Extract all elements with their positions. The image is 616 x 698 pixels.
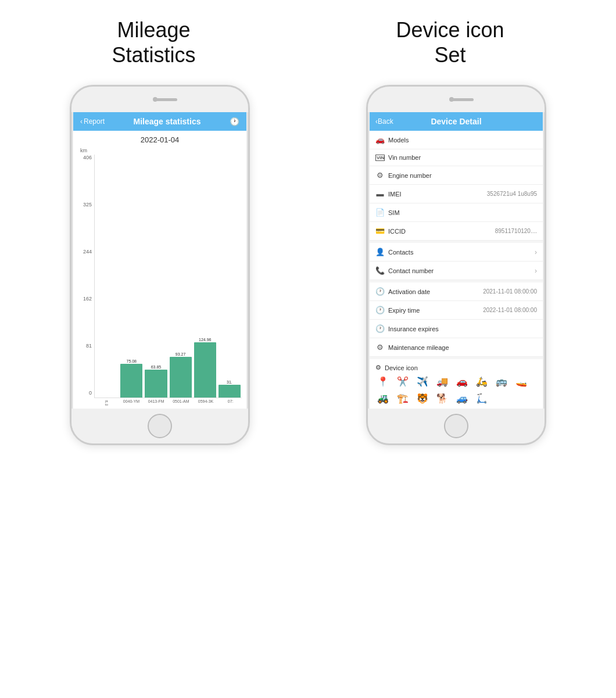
phone-device-detail: ‹ Back Device Detail 🚗 Models VIN Vin nu… <box>366 85 546 445</box>
phone-bottom-bar-right <box>368 409 545 443</box>
device-icons-section: ⚙ Device icon 📍 ✂️ ✈️ 🚚 🚗 🛵 🚌 🚤 🚜 🏗️ <box>370 359 543 409</box>
speaker-right <box>450 98 474 101</box>
device-icon-title-line2: Set <box>434 43 465 67</box>
chart-container: 406 325 244 162 81 0 <box>78 155 242 406</box>
home-button-left[interactable] <box>148 414 172 438</box>
clock-icon-activation: 🕐 <box>375 287 385 296</box>
icon-plane[interactable]: ✈️ <box>415 376 430 387</box>
bar-group-1: 75.08 <box>120 359 142 398</box>
detail-row-vin: VIN Vin number <box>370 149 543 166</box>
chart-y-axis: 406 325 244 162 81 0 <box>78 155 94 406</box>
icon-bus[interactable]: 🚌 <box>494 376 509 387</box>
maintenance-icon: ⚙ <box>375 343 385 352</box>
bar-group-5: 31. <box>219 380 241 398</box>
screen-device-detail: ‹ Back Device Detail 🚗 Models VIN Vin nu… <box>370 112 543 409</box>
detail-row-contact-number[interactable]: 📞 Contact number › <box>370 262 543 280</box>
bar-5 <box>219 385 241 398</box>
nav-bar-mileage: ‹ Report Mileage statistics 🕐 <box>73 112 246 131</box>
icon-scooter[interactable]: 🛵 <box>474 376 489 387</box>
phone-mileage: ‹ Report Mileage statistics 🕐 2022-01-04… <box>70 85 250 445</box>
detail-row-activation: 🕐 Activation date 2021-11-01 08:00:00 <box>370 282 543 301</box>
device-icon-title-line1: Device icon <box>396 18 504 42</box>
nav-back-mileage[interactable]: ‹ Report <box>80 117 105 126</box>
nav-title-device-detail: Device Detail <box>431 117 481 126</box>
nav-back-label-mileage: Report <box>84 117 105 126</box>
chart-x-labels: játo 0040-YM 0413-FM 0501-AM 0594-3K 07: <box>94 398 242 406</box>
bar-2 <box>145 370 167 398</box>
bar-group-0 <box>96 397 118 398</box>
detail-row-insurance: 🕐 Insurance expires <box>370 320 543 338</box>
bar-3 <box>170 357 192 398</box>
nav-title-mileage: Mileage statistics <box>134 117 201 126</box>
device-icons-grid: 📍 ✂️ ✈️ 🚚 🚗 🛵 🚌 🚤 🚜 🏗️ 🐯 🐕 🚙 🛴 <box>375 376 537 404</box>
icon-dog[interactable]: 🐕 <box>435 393 450 404</box>
icon-boat[interactable]: 🚤 <box>514 376 529 387</box>
icon-location[interactable]: 📍 <box>375 376 391 387</box>
detail-row-sim: 📄 SIM <box>370 203 543 222</box>
nav-back-device-detail[interactable]: ‹ Back <box>375 117 393 126</box>
left-section-title: Mileage Statistics <box>112 17 195 67</box>
y-axis-label: km <box>78 148 242 153</box>
iccid-icon: 💳 <box>375 227 385 235</box>
clock-icon-nav[interactable]: 🕐 <box>230 117 239 126</box>
phone-bottom-bar-left <box>71 409 248 443</box>
clock-icon-insurance: 🕐 <box>375 324 385 333</box>
phone-icon: 📞 <box>375 266 385 275</box>
device-detail-list: 🚗 Models VIN Vin number ⚙ Engine number … <box>370 131 543 409</box>
chevron-contacts: › <box>535 248 537 256</box>
icon-tiger[interactable]: 🐯 <box>415 393 430 404</box>
detail-row-engine: ⚙ Engine number <box>370 166 543 185</box>
clock-icon-expiry: 🕐 <box>375 306 385 314</box>
detail-row-expiry: 🕐 Expiry time 2022-11-01 08:00:00 <box>370 301 543 320</box>
home-button-right[interactable] <box>444 414 468 438</box>
chart-inner: 75.08 63.85 93.27 <box>94 155 242 406</box>
phone-top-bar-left <box>71 87 248 112</box>
speaker-left <box>154 98 177 101</box>
icon-truck[interactable]: 🚚 <box>435 376 450 387</box>
sim-icon: 📄 <box>375 208 385 217</box>
right-section-title: Device icon Set <box>396 17 504 67</box>
nav-bar-device-detail: ‹ Back Device Detail <box>370 112 543 131</box>
detail-row-models: 🚗 Models <box>370 131 543 149</box>
car-icon: 🚗 <box>375 135 385 144</box>
icon-tractor[interactable]: 🚜 <box>375 393 391 404</box>
vin-icon: VIN <box>375 155 385 161</box>
mileage-title-line1: Mileage <box>117 18 190 42</box>
icon-scissors[interactable]: ✂️ <box>395 376 410 387</box>
device-icons-label: ⚙ Device icon <box>375 364 537 371</box>
imei-icon: ▬ <box>375 189 385 198</box>
bar-1 <box>120 364 142 398</box>
bar-group-3: 93.27 <box>170 352 192 398</box>
chevron-contact-number: › <box>535 267 537 275</box>
detail-row-imei: ▬ IMEI 3526721u4 1u8u95 <box>370 185 543 203</box>
back-chevron-icon: ‹ <box>80 117 83 126</box>
detail-row-contacts[interactable]: 👤 Contacts › <box>370 243 543 262</box>
chart-bars: 75.08 63.85 93.27 <box>94 155 242 398</box>
screen-mileage: ‹ Report Mileage statistics 🕐 2022-01-04… <box>73 112 246 409</box>
detail-row-maintenance: ⚙ Maintenance mileage <box>370 338 543 357</box>
icon-crane[interactable]: 🏗️ <box>395 393 410 404</box>
bar-group-2: 63.85 <box>145 365 167 398</box>
icon-car[interactable]: 🚗 <box>454 376 470 387</box>
detail-row-iccid: 💳 ICCID 89511710120.... <box>370 222 543 241</box>
chart-date: 2022-01-04 <box>78 135 242 144</box>
icon-bicycle[interactable]: 🛴 <box>474 393 489 404</box>
icon-suv[interactable]: 🚙 <box>454 393 470 404</box>
contacts-icon: 👤 <box>375 248 385 256</box>
phone-top-bar-right <box>368 87 545 112</box>
mileage-title-line2: Statistics <box>112 43 195 67</box>
device-icon-label-icon: ⚙ <box>375 364 381 371</box>
bar-group-4: 124.96 <box>194 338 216 398</box>
chart-area: 2022-01-04 km 406 325 244 162 81 0 <box>73 131 246 409</box>
nav-back-label-device: Back <box>378 117 393 126</box>
bar-4 <box>194 342 216 398</box>
engine-icon: ⚙ <box>375 171 385 180</box>
